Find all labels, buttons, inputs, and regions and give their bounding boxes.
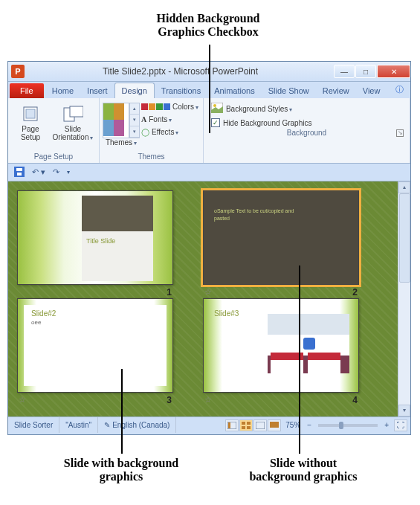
tab-animations[interactable]: Animations — [207, 83, 261, 98]
colors-button[interactable]: Colors — [141, 100, 198, 112]
scroll-down-button[interactable]: ▾ — [398, 405, 410, 416]
app-icon: P — [11, 65, 25, 78]
animation-star-icon: ☆ — [204, 287, 212, 297]
svg-rect-8 — [17, 173, 22, 176]
tab-transitions[interactable]: Transitions — [155, 83, 207, 98]
fonts-icon: A — [141, 115, 146, 123]
annotation-bottom-left: Slide with backgroundgraphics — [32, 457, 210, 483]
slide-3-body: oee — [31, 319, 159, 326]
slide-number: 1 — [167, 287, 172, 297]
group-page-setup: PageSetup SlideOrientation Page Setup — [8, 98, 100, 163]
orientation-label: SlideOrientation — [53, 125, 94, 142]
slide-thumbnail-3[interactable]: Slide#2 oee ☆ 3 — [17, 298, 173, 393]
zoom-slider[interactable] — [318, 424, 378, 427]
background-styles-icon — [211, 103, 223, 115]
annotation-top: Hidden BackgroundGraphics Checkbox — [112, 12, 305, 39]
slide-sorter-area: Title Slide 1 oSample Text to be cut/cop… — [8, 181, 410, 416]
tab-design[interactable]: Design — [114, 83, 155, 98]
effects-button[interactable]: ◯ Effects — [141, 126, 198, 138]
tab-view[interactable]: View — [356, 83, 387, 98]
scrollbar-thumb[interactable] — [399, 193, 410, 283]
animation-star-icon: ☆ — [19, 395, 26, 405]
normal-view-button[interactable] — [225, 419, 239, 431]
tab-insert[interactable]: Insert — [80, 83, 114, 98]
scroll-up-button[interactable]: ▴ — [398, 181, 410, 193]
page-setup-label: PageSetup — [21, 125, 40, 141]
page-setup-button[interactable]: PageSetup — [13, 100, 48, 141]
svg-rect-11 — [242, 422, 245, 425]
slide-2-text: oSample Text to be cut/copied andpasted — [214, 208, 294, 222]
tab-review[interactable]: Review — [316, 83, 356, 98]
themes-button[interactable]: ▴▾▾ Themes — [104, 100, 138, 147]
svg-rect-7 — [16, 168, 22, 171]
slide-number: 4 — [352, 395, 358, 405]
svg-rect-14 — [247, 426, 251, 429]
slide-number: 2 — [352, 287, 358, 297]
slideshow-view-button[interactable] — [268, 419, 281, 431]
slide-thumbnail-1[interactable]: Title Slide 1 — [17, 190, 173, 285]
group-background: Background Styles ✓ Hide Background Grap… — [204, 98, 410, 163]
slide-number: 3 — [167, 395, 172, 405]
slide-4-title: Slide#3 — [214, 309, 239, 318]
slide-1-title: Title Slide — [86, 237, 115, 245]
zoom-out-button[interactable]: − — [305, 421, 314, 429]
vertical-scrollbar[interactable]: ▴ ▾ — [398, 181, 410, 416]
window-controls: — □ ✕ — [333, 65, 410, 78]
slide-thumbnail-4[interactable]: Slide#3 ☆ 4 — [203, 298, 359, 393]
svg-rect-1 — [26, 109, 35, 118]
svg-rect-10 — [228, 422, 230, 428]
save-icon — [14, 167, 25, 177]
checkbox-icon: ✓ — [211, 118, 220, 127]
status-theme: "Austin" — [59, 417, 98, 433]
annotation-bottom-right: Slide withoutbackground graphics — [229, 457, 378, 483]
slide-thumbnail-2[interactable]: oSample Text to be cut/copied andpasted … — [203, 190, 359, 285]
redo-button[interactable]: ↷ — [51, 166, 61, 178]
tab-file[interactable]: File — [10, 83, 44, 98]
group-label-themes: Themes — [104, 151, 198, 162]
dialog-launcher-icon[interactable]: ↘ — [396, 129, 404, 137]
reading-view-button[interactable] — [253, 419, 267, 431]
qat-customize-icon[interactable]: ▾ — [65, 167, 71, 177]
svg-point-5 — [213, 104, 216, 107]
close-button[interactable]: ✕ — [377, 65, 410, 78]
themes-gallery-icon — [103, 103, 129, 138]
hide-background-graphics-checkbox[interactable]: ✓ Hide Background Graphics — [211, 118, 405, 127]
tab-home[interactable]: Home — [45, 83, 80, 98]
undo-button[interactable]: ↶ ▾ — [30, 166, 47, 178]
slide-orientation-button[interactable]: SlideOrientation — [51, 100, 94, 142]
group-themes: ▴▾▾ Themes Colors A Fonts ◯ Effec — [100, 98, 204, 163]
animation-star-icon: ☆ — [204, 395, 212, 405]
orientation-icon — [62, 103, 83, 125]
slide-3-title: Slide#2 — [31, 309, 159, 318]
annotation-line-br — [299, 266, 300, 454]
sorter-view-button[interactable] — [239, 419, 253, 431]
colors-icon — [141, 103, 170, 110]
maximize-button[interactable]: □ — [355, 65, 376, 78]
background-styles-button[interactable]: Background Styles — [211, 103, 405, 115]
status-language[interactable]: ✎ English (Canada) — [98, 417, 176, 433]
fonts-button[interactable]: A Fonts — [141, 113, 198, 125]
svg-rect-3 — [70, 106, 83, 117]
save-button[interactable] — [13, 165, 26, 180]
group-label-page-setup: Page Setup — [13, 151, 94, 162]
spellcheck-icon: ✎ — [104, 421, 110, 429]
group-label-background: Background ↘ — [208, 127, 405, 138]
page-setup-icon — [22, 103, 39, 125]
zoom-in-button[interactable]: + — [382, 421, 391, 429]
themes-more-icon[interactable]: ▴▾▾ — [129, 103, 140, 138]
slide-4-image — [268, 314, 349, 373]
svg-rect-15 — [256, 422, 265, 429]
themes-label: Themes — [106, 138, 137, 147]
tab-slideshow[interactable]: Slide Show — [262, 83, 316, 98]
svg-rect-13 — [242, 426, 245, 429]
ribbon-help-icon[interactable]: ⓘ — [389, 81, 410, 98]
minimize-button[interactable]: — — [334, 65, 355, 78]
status-view-mode: Slide Sorter — [8, 417, 59, 433]
statusbar: Slide Sorter "Austin" ✎ English (Canada)… — [8, 416, 410, 433]
quick-access-toolbar: ↶ ▾ ↷ ▾ — [8, 164, 410, 181]
picture-placeholder-icon — [303, 338, 315, 350]
window-title: Title Slide2.pptx - Microsoft PowerPoint — [28, 66, 333, 77]
svg-rect-12 — [247, 422, 251, 425]
svg-rect-16 — [270, 422, 279, 428]
fit-to-window-button[interactable]: ⛶ — [394, 419, 407, 431]
